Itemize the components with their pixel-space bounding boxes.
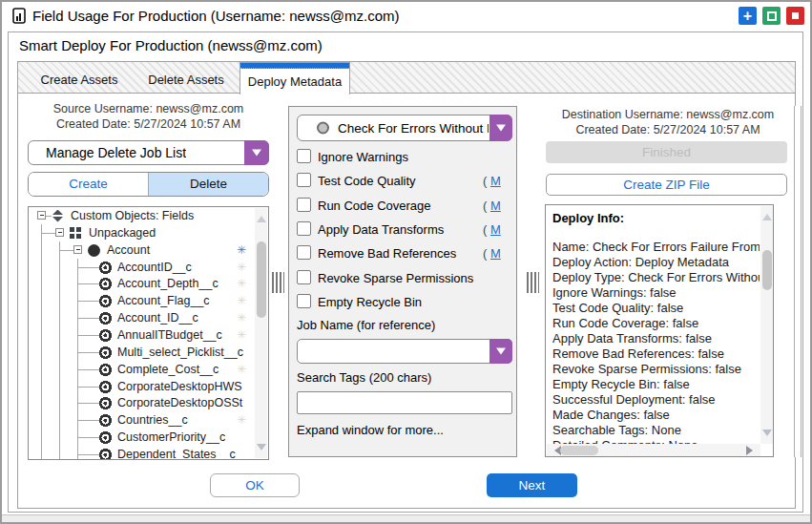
modified-star-icon: ✳ bbox=[237, 328, 246, 342]
checkbox-row: Apply Data Transforms ( M bbox=[289, 221, 516, 237]
object-icon bbox=[88, 244, 100, 257]
tree-row[interactable]: CorporateDesktopHWS bbox=[29, 378, 255, 395]
modified-star-icon: ✳ bbox=[237, 277, 246, 290]
search-tags-input[interactable] bbox=[297, 391, 512, 414]
field-icon bbox=[99, 431, 112, 444]
modified-star-icon: ✳ bbox=[237, 311, 246, 325]
stop-button[interactable] bbox=[786, 7, 804, 25]
hscrollbar-thumb[interactable] bbox=[560, 446, 598, 455]
tree-row[interactable]: Dependent_States__c bbox=[29, 446, 255, 460]
vscrollbar-thumb[interactable] bbox=[762, 250, 772, 290]
left-splitter-grip[interactable] bbox=[272, 272, 284, 293]
modified-star-icon: ✳ bbox=[237, 413, 246, 427]
apply-data-transforms-checkbox[interactable] bbox=[297, 221, 311, 236]
job-list-dropdown[interactable]: Manage Delete Job List bbox=[28, 140, 269, 165]
tree-row[interactable]: CustomerPriority__c bbox=[29, 429, 255, 446]
window-title: Field Usage For Production (Username: ne… bbox=[32, 8, 400, 24]
revoke-sparse-permissions-checkbox[interactable] bbox=[297, 270, 311, 284]
checkbox-label[interactable]: Empty Recycle Bin bbox=[318, 295, 422, 309]
collapse-toggle[interactable] bbox=[37, 211, 46, 220]
tree-row[interactable]: Account ✳ bbox=[29, 241, 255, 259]
create-zip-button[interactable]: Create ZIP File bbox=[546, 174, 787, 196]
tree-row[interactable]: Multi_select_Picklist__c bbox=[29, 344, 255, 361]
status-bar bbox=[2, 514, 810, 522]
deploy-type-value: Check For Errors Without Ma bbox=[338, 115, 489, 140]
ok-button[interactable]: OK bbox=[210, 473, 300, 497]
destination-username-text: Destination Username: newss@mz.com bbox=[543, 108, 793, 121]
checkbox-label[interactable]: Revoke Sparse Permissions bbox=[318, 271, 473, 285]
finished-button[interactable]: Finished bbox=[546, 141, 787, 163]
deploy-options-panel: Check For Errors Without Ma Ignore Warni… bbox=[288, 106, 517, 457]
next-button[interactable]: Next bbox=[487, 473, 577, 497]
deploy-info-hscrollbar[interactable] bbox=[547, 444, 760, 456]
metadata-tree[interactable]: Custom Objects: Fields Unpackaged Accoun… bbox=[28, 206, 269, 460]
checkbox-label[interactable]: Test Code Quality bbox=[318, 174, 416, 188]
report-document-icon bbox=[12, 8, 27, 25]
tree-row[interactable]: Complete_Cost__c ✳ bbox=[29, 361, 255, 378]
scroll-down-icon[interactable] bbox=[762, 430, 772, 441]
run-code-coverage-checkbox[interactable] bbox=[297, 198, 311, 212]
page-title: Smart Deploy For Production (newss@mz.co… bbox=[19, 37, 323, 53]
tree-row[interactable]: AnnualITBudget__c ✳ bbox=[29, 326, 255, 344]
field-icon bbox=[99, 278, 112, 290]
tree-row[interactable]: Account_Depth__c ✳ bbox=[29, 275, 255, 292]
tab-content-panel: Create Assets Delete Assets Deploy Metad… bbox=[17, 61, 796, 509]
checkbox-label[interactable]: Ignore Warnings bbox=[318, 150, 408, 164]
checkbox-label[interactable]: Remove Bad References bbox=[318, 246, 456, 261]
delete-segment-button[interactable]: Delete bbox=[149, 173, 268, 196]
maximize-button[interactable] bbox=[762, 7, 781, 25]
tree-scrollbar[interactable] bbox=[255, 208, 267, 458]
more-link[interactable]: ( M bbox=[483, 174, 501, 188]
deploy-info-box[interactable]: Deploy Info: Name: Check For Errors Fail… bbox=[545, 204, 774, 457]
window-controls: + bbox=[739, 7, 804, 25]
deploy-info-vscrollbar[interactable] bbox=[760, 206, 773, 444]
scroll-up-icon[interactable] bbox=[762, 209, 772, 220]
tab-create-assets[interactable]: Create Assets bbox=[26, 69, 133, 94]
source-username-text: Source Username: newss@mz.com bbox=[28, 102, 269, 115]
tree-row[interactable]: Custom Objects: Fields bbox=[29, 207, 255, 224]
dropdown-arrow-button[interactable] bbox=[489, 115, 512, 141]
tab-deploy-metadata[interactable]: Deploy Metadata bbox=[239, 62, 350, 94]
remove-bad-references-checkbox[interactable] bbox=[297, 245, 311, 260]
more-link[interactable]: ( M bbox=[483, 199, 501, 213]
job-name-label: Job Name (for reference) bbox=[297, 318, 435, 332]
stop-icon bbox=[792, 12, 799, 19]
square-icon bbox=[767, 11, 777, 21]
scroll-up-icon[interactable] bbox=[257, 211, 266, 222]
collapse-toggle[interactable] bbox=[73, 245, 82, 254]
checkbox-label[interactable]: Run Code Coverage bbox=[318, 199, 431, 213]
right-splitter-grip[interactable] bbox=[527, 272, 539, 293]
field-icon bbox=[99, 312, 112, 325]
tree-row[interactable]: Countries__c ✳ bbox=[29, 411, 255, 429]
dropdown-arrow-button[interactable] bbox=[244, 140, 269, 165]
scroll-right-icon[interactable] bbox=[746, 446, 758, 455]
empty-recycle-bin-checkbox[interactable] bbox=[297, 294, 311, 308]
tree-row[interactable]: Account_ID__c ✳ bbox=[29, 309, 255, 326]
scroll-down-icon[interactable] bbox=[257, 444, 266, 455]
destination-panel: Destination Username: newss@mz.com Creat… bbox=[543, 106, 793, 457]
test-code-quality-checkbox[interactable] bbox=[297, 173, 311, 187]
job-name-dropdown[interactable] bbox=[297, 339, 512, 364]
title-bar: Field Usage For Production (Username: ne… bbox=[2, 2, 810, 31]
field-icon bbox=[99, 414, 112, 427]
custom-objects-icon bbox=[52, 210, 64, 222]
deploy-type-dropdown[interactable]: Check For Errors Without Ma bbox=[297, 115, 512, 141]
collapse-toggle[interactable] bbox=[55, 228, 64, 237]
deploy-info-text: Name: Check For Errors Failure From net … bbox=[552, 240, 760, 444]
dropdown-arrow-button[interactable] bbox=[489, 339, 512, 364]
checkbox-row: Test Code Quality ( M bbox=[289, 173, 516, 188]
tree-row[interactable]: Unpackaged bbox=[29, 224, 255, 241]
more-link[interactable]: ( M bbox=[483, 246, 501, 261]
more-link[interactable]: ( M bbox=[483, 222, 501, 237]
right-panel-scrollbar[interactable] bbox=[794, 106, 802, 457]
tree-row[interactable]: CorporateDesktopOSSt bbox=[29, 394, 255, 411]
modified-star-icon: ✳ bbox=[237, 261, 246, 274]
checkbox-label[interactable]: Apply Data Transforms bbox=[318, 222, 444, 237]
tree-row[interactable]: AccountID__c ✳ bbox=[29, 259, 255, 276]
add-button[interactable]: + bbox=[739, 7, 757, 25]
ignore-warnings-checkbox[interactable] bbox=[297, 149, 311, 163]
tree-scrollbar-thumb[interactable] bbox=[257, 241, 266, 318]
create-segment-button[interactable]: Create bbox=[29, 173, 149, 196]
tree-row[interactable]: Account_Flag__c ✳ bbox=[29, 292, 255, 309]
tab-delete-assets[interactable]: Delete Assets bbox=[133, 69, 239, 94]
